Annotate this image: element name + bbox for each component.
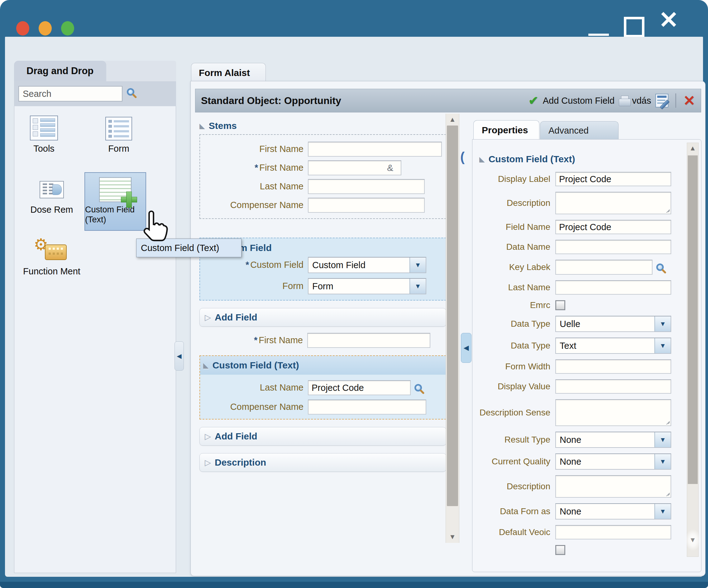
expand-triangle-icon[interactable]: ▷ (205, 432, 211, 440)
palette-item-custom-field-text[interactable]: Custom Field (Text) (84, 172, 146, 231)
current-quality-select[interactable]: None ▼ (555, 454, 671, 470)
left-splitter-collapse-handle[interactable]: ◀ (175, 341, 184, 371)
save-icon[interactable] (619, 96, 630, 105)
chevron-down-icon[interactable]: ▼ (654, 338, 671, 353)
data-type-select[interactable]: Uelle ▼ (555, 316, 671, 332)
traffic-light-minimize-icon[interactable] (39, 21, 52, 35)
resize-grip-icon[interactable] (664, 491, 670, 496)
compenser-name-input[interactable] (308, 198, 425, 213)
form-row: Form Form ▼ (200, 278, 446, 294)
last-name-input[interactable] (308, 179, 425, 194)
scrollbar-thumb[interactable] (688, 155, 698, 484)
last-name-lookup-input[interactable] (308, 380, 411, 395)
display-value-input[interactable] (555, 379, 671, 394)
tab-form-alaist[interactable]: Form Alaist (191, 63, 266, 82)
scroll-up-icon[interactable]: ▲ (446, 116, 459, 124)
first-name-input[interactable] (308, 142, 442, 157)
collapse-triangle-icon[interactable]: ◣ (479, 156, 485, 163)
collapse-triangle-icon[interactable]: ◣ (203, 362, 209, 369)
save-button[interactable]: vdás (632, 96, 651, 106)
edit-page-icon[interactable] (655, 94, 669, 107)
scroll-down-icon[interactable]: ▼ (687, 536, 698, 544)
palette-item-form[interactable]: Form (92, 117, 145, 154)
right-splitter-collapse-handle[interactable]: ◀ (461, 333, 471, 363)
compenser-name-input[interactable] (308, 400, 426, 414)
maximize-button[interactable] (624, 17, 644, 37)
remove-icon[interactable]: ✕ (683, 93, 695, 108)
traffic-light-close-icon[interactable] (16, 21, 29, 35)
section-add-field-2-collapsed[interactable]: ▷ Add Field (200, 427, 446, 446)
result-type-select[interactable]: None ▼ (555, 432, 671, 448)
resize-grip-icon[interactable] (664, 207, 670, 213)
tab-advanced[interactable]: Advanced (540, 121, 619, 140)
properties-section-header[interactable]: ◣ Custom Field (Text) (479, 154, 575, 164)
scrollbar-thumb[interactable] (447, 125, 458, 506)
palette-item-function-ment[interactable]: ⚙ Function Ment (16, 238, 88, 277)
palette-item-label: Function Ment (16, 266, 88, 277)
close-button[interactable]: ✕ (659, 8, 679, 32)
chevron-down-icon[interactable]: ▼ (654, 316, 671, 331)
chevron-down-icon[interactable]: ▼ (410, 257, 426, 273)
field-label: Last Name (472, 282, 550, 292)
emrc-checkbox[interactable] (555, 300, 565, 310)
resize-grip-icon[interactable] (664, 419, 670, 425)
chevron-down-icon[interactable]: ▼ (654, 504, 671, 519)
expand-triangle-icon[interactable]: ▷ (205, 313, 211, 321)
last-name-input[interactable] (555, 280, 671, 295)
palette-item-dose-rem[interactable]: Dose Rem (19, 181, 84, 215)
section-add-field-collapsed[interactable]: ▷ Add Field (200, 308, 446, 327)
field-label: Default Veoic (472, 527, 550, 537)
section-title: Stems (209, 121, 237, 131)
custom-field-select[interactable]: Custom Field ▼ (308, 257, 426, 273)
data-name-input[interactable] (555, 240, 671, 254)
property-row: Display Label (472, 172, 683, 186)
form-width-input[interactable] (555, 360, 671, 374)
traffic-light-zoom-icon[interactable] (61, 21, 74, 35)
lookup-icon[interactable] (656, 264, 664, 271)
field-label: Display Label (472, 174, 550, 184)
chevron-down-icon[interactable]: ▼ (654, 432, 671, 447)
unlabeled-checkbox[interactable] (555, 545, 565, 555)
tab-properties[interactable]: Properties (473, 120, 539, 140)
function-ment-icon: ⚙ (34, 238, 69, 261)
chevron-down-icon[interactable]: ▼ (410, 279, 426, 294)
property-row: Result Type None ▼ (472, 432, 683, 448)
description-sense-textarea[interactable] (555, 399, 671, 426)
chevron-down-icon[interactable]: ▼ (654, 454, 671, 469)
data-type-2-select[interactable]: Text ▼ (555, 338, 671, 354)
form-vertical-scrollbar[interactable]: ▲ ▼ (446, 114, 459, 543)
scroll-up-icon[interactable]: ▲ (687, 144, 698, 152)
section-stems-header[interactable]: ◣ Stems (200, 121, 446, 131)
first-name-add-input[interactable] (307, 333, 430, 348)
expand-triangle-icon[interactable]: ▷ (205, 459, 211, 467)
search-icon[interactable] (127, 88, 134, 96)
lookup-icon[interactable] (414, 384, 422, 392)
display-label-input[interactable] (555, 172, 671, 186)
section-custom-field-text-header[interactable]: ◣ Custom Field (Text) (200, 356, 446, 375)
field-label: Last Name (200, 182, 303, 191)
section-description-collapsed[interactable]: ▷ Description (200, 453, 446, 472)
properties-vertical-scrollbar[interactable]: ▲ ▼ (687, 143, 699, 557)
key-labek-lookup-input[interactable] (555, 260, 652, 275)
property-row: Emrc (472, 300, 683, 310)
field-label: Description (472, 198, 550, 208)
scroll-down-icon[interactable]: ▼ (446, 533, 459, 541)
field-name-input[interactable] (555, 220, 671, 234)
property-row: Current Quality None ▼ (472, 454, 683, 470)
default-veoic-input[interactable] (555, 525, 671, 539)
description-textarea[interactable] (555, 192, 671, 214)
property-row: Data Name (472, 240, 683, 254)
tab-drag-and-drop[interactable]: Drag and Drop (14, 61, 106, 81)
search-input[interactable] (19, 86, 122, 101)
minimize-button[interactable] (588, 34, 609, 36)
add-custom-field-button[interactable]: Add Custom Field (543, 96, 615, 106)
tools-icon (30, 116, 58, 141)
field-label: Compenser Name (200, 402, 303, 412)
collapse-left-icon: ◀ (177, 352, 181, 360)
description-2-textarea[interactable] (555, 475, 671, 498)
palette-item-tools[interactable]: Tools (18, 116, 70, 154)
field-label: Current Quality (472, 457, 550, 466)
collapse-triangle-icon[interactable]: ◣ (200, 122, 205, 129)
form-select[interactable]: Form ▼ (308, 278, 426, 294)
data-forn-as-select[interactable]: None ▼ (555, 503, 671, 520)
